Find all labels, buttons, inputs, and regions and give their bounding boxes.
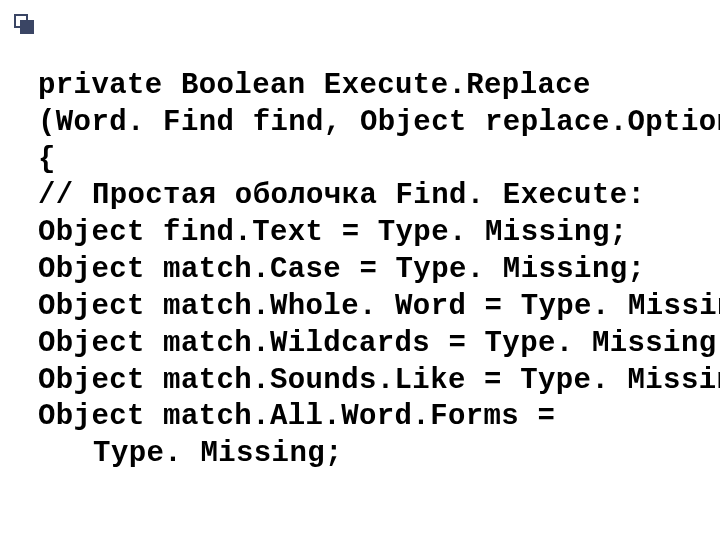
slide-bullet-marker — [14, 14, 34, 34]
code-line: private Boolean Execute.Replace — [38, 68, 692, 105]
code-line: Object match.Whole. Word = Type. Missing… — [38, 289, 692, 326]
code-line: Object match.Sounds.Like = Type. Missing… — [38, 363, 692, 400]
code-snippet: private Boolean Execute.Replace (Word. F… — [38, 68, 692, 473]
code-line: Type. Missing; — [38, 436, 692, 473]
code-line: // Простая оболочка Find. Execute: — [38, 178, 692, 215]
code-line: Object match.All.Word.Forms = — [38, 399, 692, 436]
code-line: { — [38, 142, 692, 179]
code-line: (Word. Find find, Object replace.Option) — [38, 105, 692, 142]
marker-square-fill — [20, 20, 34, 34]
code-line: Object match.Wildcards = Type. Missing; — [38, 326, 692, 363]
code-line: Object find.Text = Type. Missing; — [38, 215, 692, 252]
code-line: Object match.Case = Type. Missing; — [38, 252, 692, 289]
